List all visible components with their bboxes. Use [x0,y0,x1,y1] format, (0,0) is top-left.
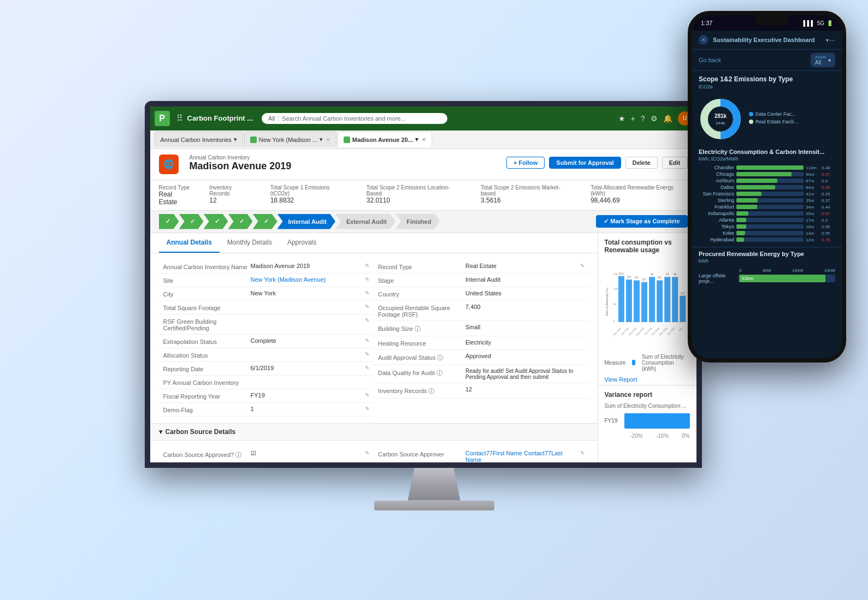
tab-annual-details[interactable]: Annual Details [159,233,220,253]
bar-fill [736,237,744,242]
edit-pencil-icon[interactable]: ✎ [365,304,369,310]
submit-for-approval-button[interactable]: Submit for Approval [549,157,621,169]
svg-rect-7 [626,280,632,322]
svg-text:8.7: 8.7 [642,278,646,281]
edit-pencil-icon[interactable]: ✎ [365,276,369,282]
tab-close-icon[interactable]: ✕ [326,137,330,142]
field-reporting-date: Reporting Date 6/1/2019 ✎ [159,362,374,376]
search-all-label[interactable]: All [268,115,279,122]
tab-close-icon[interactable]: ✕ [422,137,426,142]
tab-monthly-details[interactable]: Monthly Details [220,233,280,253]
tick-minus20: -20% [630,433,642,439]
svg-rect-19 [672,277,678,322]
renewable-bar-row: Large offsite proje... 336m [699,273,835,284]
field-carbon-approved: Carbon Source Approved? ⓘ ☑ ✎ [159,447,374,462]
svg-text:0: 0 [613,319,615,323]
field-building-size: Building Size ⓘ Small [374,321,589,336]
stage-step-internal-audit[interactable]: Internal Audit [277,214,335,229]
kpi-scope1: Total Scope 1 Emissions (tCO2e) 18.8832 [270,185,349,206]
tab-dropdown-icon[interactable]: ▾ [415,136,418,143]
record-header: 🌐 Annual Carbon Inventory Madison Avenue… [150,149,696,180]
record-title-group: 🌐 Annual Carbon Inventory Madison Avenue… [159,155,292,174]
record-title: Madison Avenue 2019 [190,161,292,172]
stage-step-1[interactable]: ✓ [159,214,179,229]
renewable-title: Procured Renewable Energy by Type [699,251,835,257]
asset-select-label-group: Asset All [815,55,826,66]
carbon-source-section-header[interactable]: ▾ Carbon Source Details [150,423,598,441]
svg-text:10: 10 [650,273,653,276]
follow-button[interactable]: + Follow [506,157,545,169]
help-icon[interactable]: ? [641,114,645,123]
elec-title: Electricity Consumption & Carbon Intensi… [699,148,835,155]
monitor-stand [401,468,467,501]
form-left-col: Annual Carbon Inventory Name Madison Ave… [159,260,374,417]
record-title-block: Annual Carbon Inventory Madison Avenue 2… [190,155,292,172]
elec-bar-ashburn: Ashburn 67m 0.4 [699,178,835,183]
asset-select[interactable]: Asset All ▾ [811,53,835,67]
search-input[interactable]: Search Annual Carbon Inventories and mor… [282,115,441,122]
carbon-section-label: Carbon Source Details [166,428,236,436]
edit-button[interactable]: Edit [662,157,688,169]
salesforce-ui: P ⠿ Carbon Footprint ... All Search Annu… [150,106,696,462]
kpi-record-type: Record Type Real Estate [159,185,192,206]
elec-bar-chandler: Chandler 110m 0.48 [699,165,835,170]
kpi-label: Total Scope 1 Emissions (tCO2e) [270,185,349,197]
bar-fill [736,205,757,209]
star-icon[interactable]: ★ [618,114,625,123]
donut-chart-svg: 281k 244k [699,97,742,141]
legend-data-center-dot [749,112,753,116]
stage-step-5[interactable]: ✓ [253,214,277,229]
edit-pencil-icon[interactable]: ✎ [365,317,369,323]
bar-fill [736,198,758,203]
bell-icon[interactable]: 🔔 [663,114,672,123]
field-rsf: RSF Green Building Certified/Pending ✎ [159,314,374,335]
legend-color-dot [632,360,635,365]
stage-step-external-audit[interactable]: External Audit [335,214,395,229]
svg-rect-17 [664,277,670,322]
edit-pencil-icon[interactable]: ✎ [580,450,584,456]
svg-text:244k: 244k [716,121,725,126]
edit-pencil-icon[interactable]: ✎ [365,406,369,412]
field-country: Country United States [374,287,589,301]
back-button[interactable]: Go back [699,57,721,63]
field-carbon-approver: Carbon Source Approver Contact77First Na… [374,447,589,462]
plus-icon[interactable]: + [631,114,635,123]
edit-pencil-icon[interactable]: ✎ [365,450,369,456]
edit-pencil-icon[interactable]: ✎ [365,263,369,269]
edit-pencil-icon[interactable]: ✎ [365,392,369,398]
phone-close-button[interactable]: ✕ [699,35,708,45]
stage-step-2[interactable]: ✓ [179,214,204,229]
search-bar[interactable]: All Search Annual Carbon Inventories and… [262,113,447,124]
phone-status-bar: 1:37 ▌▌▌ 5G 🔋 [692,15,842,31]
mark-stage-complete-button[interactable]: ✓ Mark Stage as Complete [596,215,687,228]
edit-pencil-icon[interactable]: ✎ [365,351,369,357]
tab-dropdown-icon[interactable]: ▾ [320,136,323,143]
tab-new-york[interactable]: New York (Madison ... ▾ ✕ [244,132,336,147]
battery-icon: 🔋 [826,20,833,26]
bar-fill [736,179,777,183]
donut-legend: Data Center Fac... Real Estate Facili... [749,111,798,127]
edit-pencil-icon[interactable]: ✎ [365,365,369,371]
settings-icon[interactable]: ⚙ [651,114,658,123]
svg-rect-13 [649,277,655,322]
view-report-link[interactable]: View Report [598,374,696,385]
elec-bar-indianapolis: Indianapolis 20m 0.57 [699,211,835,216]
delete-button[interactable]: Delete [625,157,658,169]
edit-pencil-icon[interactable]: ✎ [580,263,584,269]
tab-dropdown-icon[interactable]: ▾ [234,136,237,143]
stage-step-4[interactable]: ✓ [228,214,253,229]
field-record-type: Record Type Real Estate ✎ [374,260,589,274]
kpi-scope2-location: Total Scope 2 Emissions Location-Based 3… [367,185,463,206]
stage-step-finished[interactable]: Finished [395,214,440,229]
tab-annual-carbon-inventories[interactable]: Annual Carbon Inventories ▾ [155,132,243,147]
edit-pencil-icon[interactable]: ✎ [365,290,369,296]
tab-madison-avenue[interactable]: Madison Avenue 20... ▾ ✕ [338,132,432,147]
field-fiscal-year: Fiscal Reporting Year FY19 ✎ [159,389,374,403]
monitor-screen: P ⠿ Carbon Footprint ... All Search Annu… [145,101,702,468]
edit-pencil-icon[interactable]: ✎ [365,337,369,343]
stage-step-3[interactable]: ✓ [204,214,228,229]
tab-approvals[interactable]: Approvals [280,233,324,253]
elec-bar-sf: San Francisco 41m 0.24 [699,191,835,197]
bar-fill [736,172,792,176]
more-options-icon[interactable]: ··· [829,35,835,44]
